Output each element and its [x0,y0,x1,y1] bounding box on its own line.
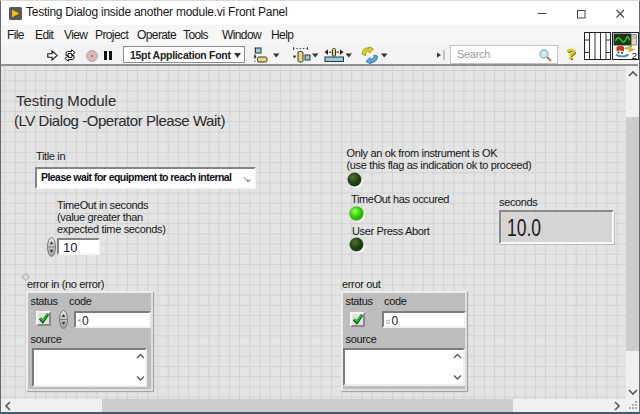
svg-text:2: 2 [632,49,637,59]
svg-text:d: d [386,318,390,325]
